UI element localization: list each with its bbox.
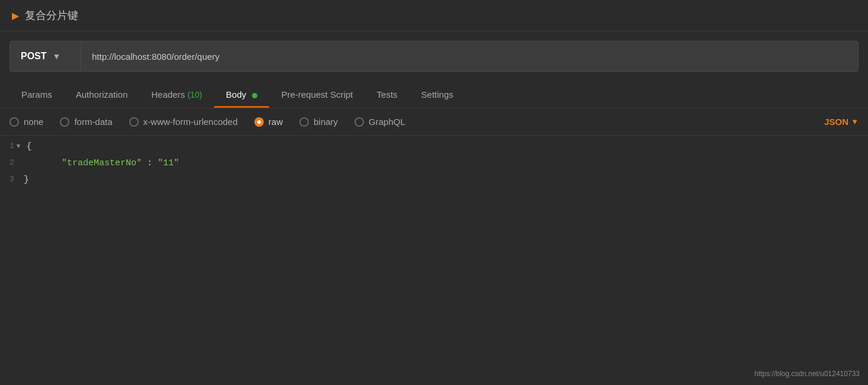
radio-graphql-circle (355, 117, 364, 127)
headers-badge: (10) (187, 90, 202, 100)
url-input[interactable] (81, 52, 858, 62)
body-active-dot (252, 93, 257, 98)
line-2-indent (43, 158, 62, 168)
radio-raw-circle (254, 117, 264, 127)
line-1-arrow-icon: ▼ (17, 143, 21, 150)
code-editor[interactable]: 1 ▼ { 2 "tradeMasterNo" : "11" 3 } (0, 136, 868, 192)
line-1-content: { (26, 140, 31, 153)
radio-form-data-circle (60, 117, 69, 127)
line-3-content: } (24, 174, 29, 186)
radio-x-www-form-urlencoded-circle (129, 117, 139, 127)
tab-body[interactable]: Body (214, 81, 269, 108)
radio-none-circle (9, 117, 19, 127)
tab-authorization[interactable]: Authorization (64, 81, 140, 108)
radio-binary-label: binary (314, 117, 338, 127)
code-line-1: 1 ▼ { (0, 139, 868, 156)
radio-x-www-form-urlencoded-label: x-www-form-urlencoded (143, 117, 238, 127)
radio-none[interactable]: none (9, 117, 43, 127)
tabs-bar: Params Authorization Headers (10) Body P… (0, 81, 868, 108)
line-2-content: "tradeMasterNo" : "11" (24, 157, 179, 169)
radio-form-data-label: form-data (74, 117, 112, 127)
method-selector[interactable]: POST ▼ (10, 41, 81, 71)
radio-form-data[interactable]: form-data (60, 117, 112, 127)
code-line-2: 2 "tradeMasterNo" : "11" (0, 156, 868, 172)
code-line-3: 3 } (0, 172, 868, 189)
composite-key-arrow-icon: ▶ (12, 10, 19, 21)
radio-raw-label: raw (269, 117, 283, 127)
method-label: POST (21, 51, 47, 62)
radio-raw[interactable]: raw (254, 117, 283, 127)
line-2-colon: : (147, 158, 158, 168)
body-options-bar: none form-data x-www-form-urlencoded raw… (0, 108, 868, 136)
radio-x-www-form-urlencoded[interactable]: x-www-form-urlencoded (129, 117, 238, 127)
line-2-key: "tradeMasterNo" (62, 158, 142, 168)
tab-params[interactable]: Params (9, 81, 64, 108)
tab-headers[interactable]: Headers (10) (139, 81, 214, 108)
tab-settings[interactable]: Settings (409, 81, 465, 108)
line-number-1: 1 ▼ (0, 140, 26, 152)
json-type-label: JSON (824, 117, 848, 127)
json-type-dropdown-icon: ▼ (851, 117, 859, 126)
line-2-value: "11" (158, 158, 179, 168)
request-bar: POST ▼ (9, 41, 859, 72)
radio-binary-circle (299, 117, 309, 127)
radio-graphql-label: GraphQL (369, 117, 406, 127)
line-number-2: 2 (0, 157, 24, 168)
tab-tests[interactable]: Tests (365, 81, 409, 108)
line-number-3: 3 (0, 174, 24, 185)
top-section: ▶ 复合分片键 (0, 0, 868, 31)
radio-graphql[interactable]: GraphQL (355, 117, 406, 127)
radio-none-label: none (24, 117, 43, 127)
watermark: https://blog.csdn.net/u012410733 (755, 370, 860, 378)
tab-pre-request-script[interactable]: Pre-request Script (269, 81, 365, 108)
composite-key-label: 复合分片键 (25, 8, 78, 23)
radio-binary[interactable]: binary (299, 117, 338, 127)
json-type-selector[interactable]: JSON ▼ (824, 117, 859, 127)
method-dropdown-icon: ▼ (53, 52, 61, 61)
